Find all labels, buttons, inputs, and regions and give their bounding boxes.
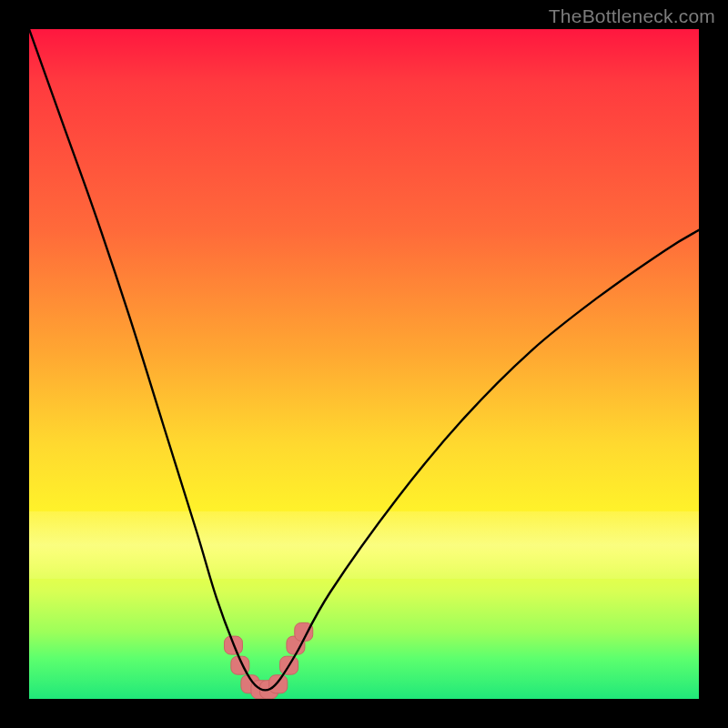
bottleneck-curve: [29, 29, 699, 690]
chart-svg: [29, 29, 699, 699]
cluster-point: [269, 675, 288, 693]
plot-area: [29, 29, 699, 699]
cluster-points-group: [224, 622, 312, 698]
outer-black-frame: TheBottleneck.com: [0, 0, 728, 728]
watermark-text: TheBottleneck.com: [549, 5, 715, 27]
